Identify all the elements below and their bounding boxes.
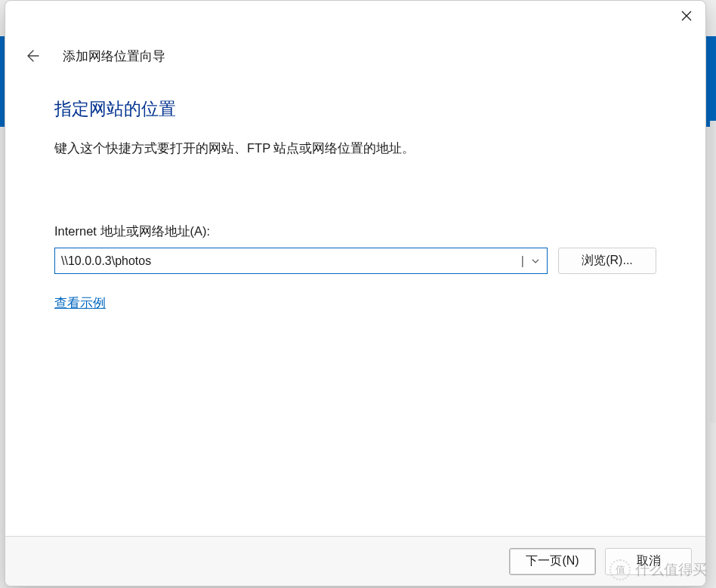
close-icon bbox=[681, 11, 692, 21]
address-row: | 浏览(R)... bbox=[54, 248, 656, 274]
address-input[interactable] bbox=[55, 248, 521, 273]
view-example-link[interactable]: 查看示例 bbox=[54, 296, 106, 309]
cancel-button[interactable]: 取消 bbox=[605, 548, 692, 575]
browse-button[interactable]: 浏览(R)... bbox=[558, 248, 656, 274]
arrow-left-icon bbox=[24, 48, 39, 63]
wizard-content: 指定网站的位置 键入这个快捷方式要打开的网站、FTP 站点或网络位置的地址。 I… bbox=[5, 78, 705, 536]
next-button[interactable]: 下一页(N) bbox=[509, 548, 596, 575]
wizard-footer: 下一页(N) 取消 bbox=[5, 536, 705, 586]
instruction-text: 键入这个快捷方式要打开的网站、FTP 站点或网络位置的地址。 bbox=[54, 140, 656, 157]
chevron-down-icon bbox=[531, 257, 540, 266]
close-button[interactable] bbox=[668, 1, 705, 31]
wizard-header: 添加网络位置向导 bbox=[5, 40, 705, 78]
address-dropdown-button[interactable] bbox=[524, 248, 547, 273]
section-heading: 指定网站的位置 bbox=[54, 97, 656, 121]
background-obscured bbox=[710, 121, 716, 423]
wizard-title: 添加网络位置向导 bbox=[63, 48, 165, 65]
wizard-dialog: 添加网络位置向导 指定网站的位置 键入这个快捷方式要打开的网站、FTP 站点或网… bbox=[5, 0, 706, 586]
titlebar bbox=[5, 1, 705, 40]
back-button[interactable] bbox=[22, 46, 42, 66]
address-field-label: Internet 地址或网络地址(A): bbox=[54, 223, 656, 240]
address-combobox[interactable]: | bbox=[54, 248, 548, 274]
